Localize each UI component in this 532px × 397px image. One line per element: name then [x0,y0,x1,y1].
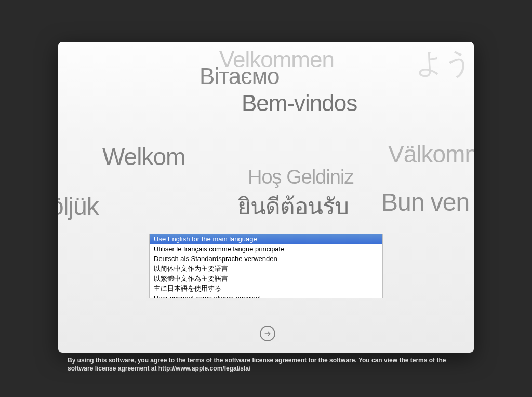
welcome-word: Välkomn [388,140,474,168]
welcome-word: Hoş Geldiniz [248,166,353,188]
language-option[interactable]: Use English for the main language [150,234,382,244]
setup-assistant-window: Velkommen Вітаємо ようこ Bem-vindos Welkom … [58,42,474,353]
language-option[interactable]: 以简体中文作为主要语言 [150,264,382,273]
welcome-word: Welkom [102,143,185,171]
language-option[interactable]: 主に日本語を使用する [150,283,382,293]
legal-agreement-text: By using this software, you agree to the… [68,356,473,373]
language-option[interactable]: Utiliser le français comme langue princi… [150,244,382,254]
welcome-word-cloud: Velkommen Вітаємо ようこ Bem-vindos Welkom … [58,42,474,353]
next-button[interactable] [260,326,275,341]
welcome-word: ようこ [416,45,474,83]
language-option[interactable]: Deutsch als Standardsprache verwenden [150,254,382,264]
arrow-right-circle-icon [263,330,272,338]
welcome-word: ยินดีต้อนรับ [237,188,349,224]
language-selection-list[interactable]: Use English for the main language Utilis… [149,234,383,298]
welcome-word: Bun ven [381,188,469,216]
welcome-word: öljük [58,192,99,221]
language-option[interactable]: 以繁體中文作為主要語言 [150,273,382,283]
welcome-word: Вітаємо [200,63,279,89]
language-option[interactable]: Usar español como idioma principal [150,293,382,298]
welcome-word: Bem-vindos [242,90,357,116]
